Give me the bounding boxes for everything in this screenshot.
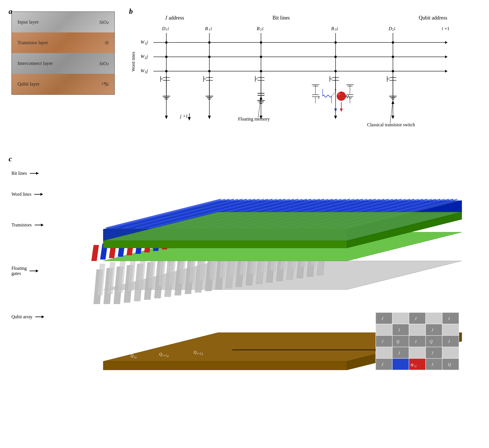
svg-rect-297	[426, 313, 442, 324]
svg-rect-320	[409, 347, 426, 358]
svg-marker-35	[445, 41, 447, 44]
svg-text:B: B	[331, 26, 334, 31]
svg-text:J: J	[431, 362, 433, 367]
svg-text:W: W	[141, 68, 145, 73]
layer-transistor: Transistor layer Si	[12, 32, 114, 53]
svg-text:Word lines: Word lines	[132, 52, 136, 71]
svg-rect-330	[426, 358, 442, 370]
svg-text:J: J	[381, 340, 383, 344]
svg-text:j: j	[146, 54, 148, 59]
svg-point-52	[334, 41, 337, 44]
floating-gates-label: Floating gates	[11, 242, 69, 300]
svg-marker-138	[260, 96, 262, 100]
svg-text:J: J	[415, 340, 417, 344]
svg-rect-304	[426, 324, 442, 335]
svg-text:J: J	[448, 317, 450, 321]
svg-text:J: J	[448, 340, 450, 344]
side-labels: Bit lines Word lines Transistors Floatin…	[11, 160, 69, 377]
svg-text:D: D	[162, 26, 165, 31]
svg-text:i: i	[167, 26, 169, 31]
svg-point-62	[334, 70, 337, 72]
layer-qubit: Qubit layer ²⁸Si	[12, 74, 114, 94]
svg-line-105	[332, 92, 336, 96]
svg-point-54	[165, 56, 167, 58]
svg-rect-300	[376, 324, 392, 335]
svg-point-103	[338, 93, 340, 96]
svg-marker-48	[391, 116, 394, 119]
svg-text:J: J	[415, 317, 417, 321]
svg-text:2: 2	[260, 28, 262, 32]
svg-text:i: i	[394, 26, 395, 31]
svg-rect-292	[376, 313, 392, 324]
svg-text:1: 1	[145, 41, 146, 45]
svg-text:+1: +1	[183, 114, 188, 119]
svg-point-53	[392, 41, 394, 44]
svg-rect-321	[426, 347, 442, 358]
svg-rect-324	[376, 358, 392, 370]
panel-a: a Input layer SiO₂ Transistor layer Si I…	[11, 9, 120, 95]
svg-point-51	[260, 41, 262, 44]
chip-3d-visualization: Q i,j Q i+1,j Q i+2,j	[75, 160, 478, 377]
svg-marker-145	[103, 361, 347, 370]
svg-rect-317	[376, 347, 392, 358]
layer-interconnect: Interconnect layer SiO₂	[12, 53, 114, 74]
svg-text:Floating memory: Floating memory	[238, 117, 270, 122]
panel-c-label: c	[9, 155, 12, 163]
svg-rect-298	[442, 313, 459, 324]
panel-b-label: b	[129, 7, 133, 16]
layer-stack: Input layer SiO₂ Transistor layer Si Int…	[11, 11, 115, 95]
svg-text:Classical transistor switch: Classical transistor switch	[367, 122, 415, 127]
svg-text:J: J	[431, 328, 433, 332]
svg-text:Q: Q	[396, 340, 399, 344]
transistors-label: Transistors	[11, 208, 69, 242]
svg-text:i: i	[442, 26, 443, 31]
svg-point-58	[392, 56, 394, 58]
svg-text:Q: Q	[430, 340, 432, 344]
svg-rect-309	[392, 335, 409, 347]
svg-text:J: J	[431, 351, 433, 355]
circuit-diagram: J address Bit lines Qubit address D 1 i …	[132, 11, 476, 149]
svg-text:J: J	[318, 96, 320, 100]
svg-point-56	[260, 56, 262, 58]
svg-text:j: j	[180, 114, 182, 119]
svg-text:i+2,j: i+2,j	[197, 352, 203, 355]
svg-text:i: i	[211, 26, 212, 31]
svg-rect-318	[392, 347, 409, 358]
svg-rect-315	[442, 335, 459, 347]
svg-text:J: J	[381, 317, 383, 321]
svg-text:Bit lines: Bit lines	[272, 15, 290, 21]
svg-point-49	[165, 41, 167, 44]
svg-marker-108	[334, 108, 337, 112]
svg-marker-40	[165, 116, 168, 119]
svg-text:2: 2	[145, 56, 146, 60]
svg-rect-326	[392, 358, 409, 370]
svg-text:J: J	[398, 351, 400, 355]
panel-b: b J address Bit lines Qubit address D 1 …	[132, 9, 478, 150]
svg-text:Q: Q	[130, 354, 133, 358]
svg-point-55	[208, 56, 211, 58]
svg-rect-294	[392, 313, 409, 324]
svg-text:i,j: i,j	[349, 96, 352, 99]
svg-text:Q: Q	[411, 362, 414, 367]
svg-text:J: J	[165, 15, 167, 21]
chip-svg: Q i,j Q i+1,j Q i+2,j	[75, 160, 476, 376]
svg-text:D: D	[388, 26, 392, 31]
svg-marker-106	[335, 89, 336, 92]
svg-text:Q: Q	[159, 352, 162, 356]
svg-text:Qubit address: Qubit address	[419, 15, 447, 21]
svg-text:3: 3	[145, 70, 146, 74]
svg-marker-46	[334, 116, 337, 119]
svg-text:i: i	[337, 26, 338, 31]
svg-text:B: B	[257, 26, 260, 31]
svg-rect-301	[392, 324, 409, 335]
svg-rect-307	[376, 335, 392, 347]
svg-text:address: address	[169, 15, 184, 21]
svg-text:i,j: i,j	[414, 364, 416, 367]
svg-text:1: 1	[165, 28, 167, 32]
svg-point-57	[334, 56, 337, 58]
panel-c: c Bit lines Word lines Transistors Float…	[11, 156, 478, 377]
qubit-array-label: Qubit array	[11, 300, 69, 334]
svg-rect-323	[442, 347, 459, 358]
svg-text:j: j	[146, 68, 148, 73]
svg-point-60	[208, 70, 211, 72]
